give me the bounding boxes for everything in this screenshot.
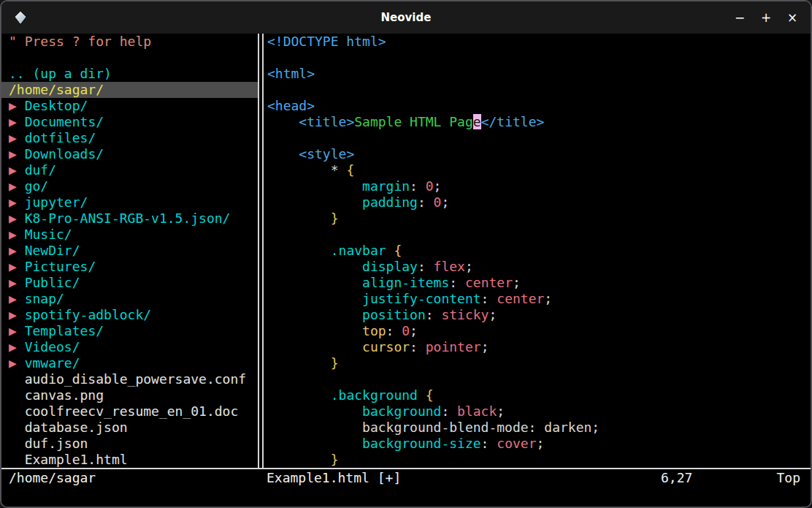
tree-expand-icon: ▶ [9, 355, 25, 371]
explorer-dir-item[interactable]: ▶ go/ [1, 178, 258, 194]
explorer-dir-item[interactable]: ▶ Templates/ [1, 323, 258, 339]
code-line[interactable]: justify-content: center; [267, 291, 811, 307]
dir-name: Documents/ [25, 114, 104, 129]
dir-name: Desktop/ [25, 98, 88, 113]
code-line[interactable]: margin: 0; [267, 178, 811, 194]
explorer-dir-item[interactable]: ▶ vmware/ [1, 355, 258, 371]
explorer-dir-item[interactable]: ▶ Documents/ [1, 114, 258, 130]
dir-name: Public/ [25, 275, 80, 290]
tree-expand-icon: ▶ [9, 291, 25, 306]
explorer-dir-item[interactable]: ▶ Pictures/ [1, 259, 258, 275]
explorer-dir-item[interactable]: ▶ Public/ [1, 275, 258, 291]
dir-name: Templates/ [25, 323, 104, 338]
dir-name: go/ [25, 178, 49, 194]
code-line[interactable]: .background { [267, 387, 811, 403]
code-line[interactable]: background-size: cover; [267, 436, 811, 452]
code-line[interactable]: top: 0; [267, 323, 811, 339]
dir-name: .. (up a dir) [9, 66, 112, 81]
explorer-dir-item[interactable]: ▶ duf/ [1, 162, 258, 178]
code-line[interactable]: } [267, 355, 811, 371]
explorer-file-item[interactable]: canvas.png [1, 387, 258, 403]
tree-expand-icon: ▶ [9, 114, 25, 129]
close-button[interactable]: × [787, 10, 797, 25]
code-line[interactable]: } [267, 452, 811, 468]
tree-expand-icon: ▶ [9, 307, 25, 322]
code-area: <!DOCTYPE html><html><head> <title>Sampl… [267, 34, 811, 468]
explorer-dir-item[interactable]: ▶ K8-Pro-ANSI-RGB-v1.5.json/ [1, 211, 258, 227]
explorer-dir-item[interactable]: ▶ snap/ [1, 291, 258, 307]
code-line[interactable]: display: flex; [267, 259, 811, 275]
explorer-file-item[interactable]: duf.json [1, 436, 258, 452]
code-line[interactable]: * { [267, 162, 811, 178]
command-line[interactable] [1, 487, 811, 507]
explorer-dir-item[interactable]: ▶ Music/ [1, 227, 258, 243]
explorer-file-item[interactable]: database.json [1, 420, 258, 436]
dir-name: /home/sagar/ [9, 82, 104, 97]
file-name: audio_disable_powersave.conf [9, 371, 246, 387]
minimize-button[interactable]: − [735, 10, 745, 25]
dir-name: NewDir/ [25, 243, 80, 258]
code-line[interactable]: position: sticky; [267, 307, 811, 323]
explorer-file-item[interactable]: coolfreecv_resume_en_01.doc [1, 403, 258, 420]
code-line[interactable]: .navbar { [267, 243, 811, 259]
tree-expand-icon: ▶ [9, 227, 25, 242]
code-line[interactable]: <!DOCTYPE html> [267, 34, 811, 50]
dir-name: Downloads/ [25, 146, 104, 162]
explorer-dir-item[interactable]: ▶ spotify-adblock/ [1, 307, 258, 323]
tree-expand-icon: ▶ [9, 243, 25, 258]
tree-expand-icon: ▶ [9, 323, 25, 338]
dir-name: jupyter/ [25, 194, 88, 210]
window-controls: − + × [735, 1, 797, 34]
titlebar[interactable]: Neovide − + × [1, 1, 811, 34]
separator-line [258, 34, 259, 468]
file-explorer-pane[interactable]: " Press ? for help .. (up a dir)/home/sa… [1, 34, 258, 468]
tree-expand-icon: ▶ [9, 146, 25, 162]
file-name: coolfreecv_resume_en_01.doc [9, 403, 238, 419]
maximize-button[interactable]: + [761, 10, 771, 25]
code-editor-pane[interactable]: <!DOCTYPE html><html><head> <title>Sampl… [266, 34, 811, 468]
explorer-dir-item[interactable]: ▶ dotfiles/ [1, 130, 258, 146]
dir-name: spotify-adblock/ [25, 307, 151, 322]
code-line[interactable]: align-items: center; [267, 275, 811, 291]
neovide-window: Neovide − + × " Press ? for help .. (up … [0, 0, 812, 508]
code-line[interactable]: cursor: pointer; [267, 339, 811, 355]
code-line[interactable]: } [267, 211, 811, 227]
file-name: database.json [9, 420, 128, 435]
code-line[interactable] [267, 82, 811, 98]
explorer-dir-item[interactable]: ▶ Downloads/ [1, 146, 258, 162]
blank-line [1, 50, 258, 66]
tree-expand-icon: ▶ [9, 98, 25, 113]
separator-line [262, 34, 264, 468]
code-line[interactable]: <style> [267, 146, 811, 162]
statusline-filename: Example1.html [+] [267, 469, 401, 487]
dir-name: vmware/ [25, 355, 80, 371]
file-name: canvas.png [9, 387, 104, 403]
explorer-file-item[interactable]: audio_disable_powersave.conf [1, 371, 258, 387]
explorer-updir-item[interactable]: .. (up a dir) [1, 66, 258, 82]
code-line[interactable]: background-blend-mode: darken; [267, 420, 811, 436]
code-line[interactable] [267, 130, 811, 146]
code-line[interactable] [267, 371, 811, 387]
tree-expand-icon: ▶ [9, 211, 25, 226]
statusline: /home/sagar Example1.html [+] 6,27 Top [1, 468, 811, 487]
explorer-list: .. (up a dir)/home/sagar/▶ Desktop/▶ Doc… [1, 66, 258, 468]
tree-expand-icon: ▶ [9, 178, 25, 194]
explorer-current-dir[interactable]: /home/sagar/ [1, 82, 258, 98]
code-line[interactable]: <head> [267, 98, 811, 114]
explorer-dir-item[interactable]: ▶ Videos/ [1, 339, 258, 355]
file-name: Example1.html [9, 452, 128, 467]
code-line[interactable]: <title>Sample HTML Page</title> [267, 114, 811, 130]
code-line[interactable] [267, 50, 811, 66]
code-line[interactable]: padding: 0; [267, 194, 811, 211]
window-title: Neovide [1, 11, 811, 24]
text-cursor: e [473, 114, 481, 129]
explorer-dir-item[interactable]: ▶ NewDir/ [1, 243, 258, 259]
code-line[interactable] [267, 227, 811, 243]
code-line[interactable]: <html> [267, 66, 811, 82]
dir-name: K8-Pro-ANSI-RGB-v1.5.json/ [25, 211, 231, 226]
explorer-dir-item[interactable]: ▶ jupyter/ [1, 194, 258, 211]
explorer-dir-item[interactable]: ▶ Desktop/ [1, 98, 258, 114]
code-line[interactable]: background: black; [267, 403, 811, 420]
explorer-file-item[interactable]: Example1.html [1, 452, 258, 468]
window-separator[interactable] [258, 34, 266, 468]
